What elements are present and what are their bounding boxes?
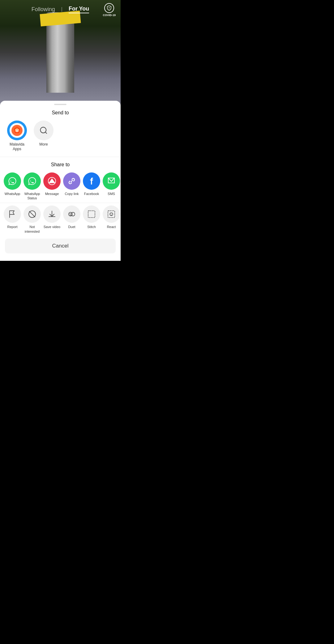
svg-point-9 xyxy=(70,214,71,214)
not-interested-icon xyxy=(24,205,41,223)
whatsapp-status-icon xyxy=(24,172,41,190)
save-video-icon xyxy=(43,205,61,223)
top-navigation: Following | For You COVID-19 xyxy=(0,0,121,19)
svg-point-10 xyxy=(71,214,72,214)
contact-malavida[interactable]: M MalavidaApps xyxy=(6,121,28,152)
action-stitch[interactable]: Stitch xyxy=(83,205,100,234)
svg-text:M: M xyxy=(15,129,19,133)
sheet-handle xyxy=(54,104,66,105)
share-grid: WhatsApp WhatsAppStatus Message xyxy=(0,170,121,203)
share-whatsapp[interactable]: WhatsApp xyxy=(4,172,21,201)
action-react[interactable]: React xyxy=(103,205,120,234)
svg-point-3 xyxy=(41,127,46,133)
more-label: More xyxy=(39,142,48,147)
covid-icon xyxy=(104,3,114,13)
message-label: Message xyxy=(45,192,59,196)
svg-rect-11 xyxy=(88,211,95,218)
tab-for-you[interactable]: For You xyxy=(69,6,89,13)
cancel-button[interactable]: Cancel xyxy=(5,239,116,253)
nav-tabs: Following | For You xyxy=(32,6,89,13)
action-not-interested[interactable]: Notinterested xyxy=(24,205,41,234)
action-row: Report Notinterested Save video xyxy=(0,203,121,236)
svg-point-8 xyxy=(71,212,75,216)
stitch-label: Stitch xyxy=(87,225,96,229)
message-icon xyxy=(43,172,61,190)
not-interested-label: Notinterested xyxy=(25,225,40,234)
more-avatar xyxy=(34,121,54,140)
svg-point-14 xyxy=(110,213,111,214)
svg-marker-4 xyxy=(49,179,55,183)
send-to-row: M MalavidaApps More xyxy=(0,118,121,155)
malavida-label: MalavidaApps xyxy=(10,142,24,152)
duet-label: Duet xyxy=(68,225,75,229)
save-video-label: Save video xyxy=(44,225,60,229)
share-whatsapp-status[interactable]: WhatsAppStatus xyxy=(24,172,41,201)
whatsapp-label: WhatsApp xyxy=(5,192,20,196)
sms-label: SMS xyxy=(108,192,115,196)
share-to-title: Share to xyxy=(0,158,121,170)
action-duet[interactable]: Duet xyxy=(63,205,80,234)
bottom-sheet: Send to M MalavidaApps xyxy=(0,101,121,261)
react-icon xyxy=(103,205,120,223)
svg-point-0 xyxy=(109,7,110,8)
share-copy-link[interactable]: Copy link xyxy=(63,172,80,201)
nav-divider: | xyxy=(61,6,62,12)
share-facebook[interactable]: Facebook xyxy=(83,172,100,201)
duet-icon xyxy=(63,205,80,223)
share-sms[interactable]: SMS xyxy=(103,172,120,201)
facebook-icon xyxy=(83,172,100,190)
sms-icon xyxy=(103,172,120,190)
whatsapp-icon xyxy=(4,172,21,190)
action-report[interactable]: Report xyxy=(4,205,21,234)
report-label: Report xyxy=(7,225,17,229)
react-label: React xyxy=(107,225,116,229)
send-to-title: Send to xyxy=(0,106,121,118)
video-content-cylinder xyxy=(46,12,74,93)
divider-send-share xyxy=(0,157,121,157)
contact-more[interactable]: More xyxy=(33,121,54,152)
covid-badge[interactable]: COVID-19 xyxy=(103,3,116,17)
facebook-label: Facebook xyxy=(84,192,99,196)
copy-link-label: Copy link xyxy=(65,192,79,196)
malavida-avatar: M xyxy=(7,121,27,140)
tab-following[interactable]: Following xyxy=(32,6,55,13)
svg-point-15 xyxy=(112,213,112,214)
copy-link-icon xyxy=(63,172,80,190)
covid-label: COVID-19 xyxy=(103,14,116,17)
svg-rect-12 xyxy=(108,211,115,218)
report-icon xyxy=(4,205,21,223)
action-save-video[interactable]: Save video xyxy=(43,205,61,234)
whatsapp-status-label: WhatsAppStatus xyxy=(24,192,40,201)
stitch-icon xyxy=(83,205,100,223)
share-message[interactable]: Message xyxy=(43,172,61,201)
